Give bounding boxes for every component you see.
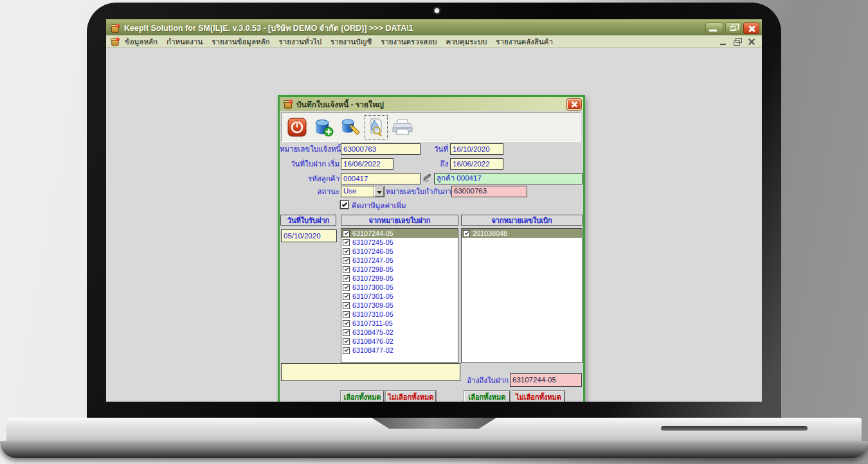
menu-item-audit-reports[interactable]: รายงานตรวจสอบ [376, 36, 441, 48]
list-item[interactable]: 63107298-05 [341, 265, 458, 274]
edit-record-icon [339, 118, 360, 137]
select-all-deposits-button[interactable]: เลือกทั้งหมด [341, 391, 384, 402]
exit-button[interactable] [287, 116, 307, 138]
checkbox-checked-icon[interactable] [343, 329, 350, 336]
signature-icon[interactable] [422, 172, 433, 185]
withdraw-list[interactable]: 201038048 [461, 228, 583, 363]
mdi-child-icon [110, 37, 120, 46]
select-all-withdrawals-button[interactable]: เลือกทั้งหมด [464, 391, 510, 402]
mdi-close-icon[interactable] [748, 38, 755, 46]
menu-item-accounting-reports[interactable]: รายงานบัญชี [326, 36, 376, 48]
list-item[interactable]: 63107244-05 [341, 229, 458, 238]
checkbox-checked-icon[interactable] [343, 311, 350, 318]
list-item[interactable]: 63107301-05 [341, 292, 458, 301]
chevron-down-icon[interactable] [374, 186, 384, 197]
menu-item-tasks[interactable]: กำหนดงาน [162, 36, 207, 48]
menu-item-inventory-reports[interactable]: รายงานคลังสินค้า [491, 36, 557, 48]
checkbox-checked-icon[interactable] [343, 302, 350, 309]
search-button[interactable] [366, 116, 386, 138]
status-value: Use [341, 186, 374, 197]
tax-invoice-field: 63000763 [451, 186, 527, 197]
date-input[interactable] [450, 143, 503, 155]
status-label: สถานะ [280, 186, 339, 197]
checkbox-checked-icon[interactable] [343, 257, 350, 264]
list-item[interactable]: 63107299-05 [341, 274, 458, 283]
dialog-icon [283, 99, 293, 109]
mdi-window-controls [719, 38, 758, 46]
checkbox-checked-icon[interactable] [343, 248, 350, 255]
app-logo-icon [110, 23, 120, 33]
vat-checkbox[interactable] [340, 201, 348, 209]
print-button[interactable] [392, 116, 413, 138]
deposit-list[interactable]: 63107244-05 63107245-05 63107246-05 6310… [341, 228, 458, 363]
date-label: วันที่ [424, 143, 448, 155]
menu-item-master-reports[interactable]: รายงานข้อมูลหลัก [207, 36, 274, 48]
dialog-toolbar [281, 112, 581, 142]
dialog-title: บันทึกใบแจ้งหนี้ - รายใหญ่ [296, 98, 567, 111]
checkbox-checked-icon[interactable] [343, 284, 350, 291]
checkbox-checked-icon[interactable] [343, 320, 350, 327]
checkbox-checked-icon[interactable] [343, 347, 350, 354]
checkbox-checked-icon[interactable] [343, 266, 350, 273]
deselect-all-deposits-button[interactable]: ไม่เลือกทั้งหมด [386, 391, 436, 402]
check-icon [341, 201, 347, 206]
withdraw-list-header: จากหมายเลขใบเบิก [461, 215, 583, 226]
mdi-restore-icon[interactable] [734, 38, 741, 46]
checkbox-checked-icon[interactable] [343, 230, 350, 237]
laptop-mockup: KeepIt Solution for SM(IL)E. v.3.0.53 - … [0, 0, 868, 464]
menu-item-system-control[interactable]: ควบคุมระบบ [442, 36, 492, 48]
minimize-button[interactable] [705, 22, 723, 34]
tax-invoice-label: หมายเลขใบกำกับภาษี [386, 186, 448, 197]
customer-code-input[interactable] [341, 173, 420, 184]
deposit-end-input[interactable] [450, 158, 503, 170]
laptop-lid: KeepIt Solution for SM(IL)E. v.3.0.53 - … [87, 3, 781, 418]
list-item[interactable]: 63107245-05 [341, 238, 458, 247]
restore-button[interactable] [725, 22, 741, 34]
customer-code-label: รหัสลูกค้า [280, 173, 339, 184]
invoice-no-label: หมายเลขใบแจ้งหนี้ [280, 143, 339, 155]
deposit-start-input[interactable] [341, 158, 393, 170]
restore-icon [730, 26, 736, 31]
to-label: ถึง [424, 158, 448, 170]
customer-name-field: ลูกค้า 000417 [434, 173, 583, 184]
checkbox-checked-icon[interactable] [343, 293, 350, 300]
checkbox-checked-icon[interactable] [343, 275, 350, 282]
checkbox-checked-icon[interactable] [343, 239, 350, 246]
ref-deposit-label: อ้างถึงใบฝาก [453, 375, 509, 386]
menu-item-general-reports[interactable]: รายงานทั่วไป [275, 36, 326, 48]
close-button[interactable] [743, 22, 759, 34]
deposit-list-header: จากหมายเลขใบฝาก [341, 215, 458, 226]
add-record-icon [313, 118, 334, 137]
receive-date-header: วันที่ใบรับฝาก [280, 215, 336, 226]
list-item[interactable]: 63108476-02 [341, 337, 458, 346]
deposit-start-label: วันที่ใบฝาก เริ่ม [280, 158, 339, 170]
list-item[interactable]: 63107300-05 [341, 283, 458, 292]
list-item[interactable]: 63107247-05 [341, 256, 458, 265]
invoice-dialog: บันทึกใบแจ้งหนี้ - รายใหญ่ [278, 95, 585, 402]
mdi-client-area: บันทึกใบแจ้งหนี้ - รายใหญ่ [106, 48, 762, 402]
laptop-vent-slot [661, 426, 808, 431]
list-item[interactable]: 63107310-05 [341, 310, 458, 319]
edit-button[interactable] [339, 116, 360, 138]
mdi-minimize-icon[interactable] [719, 38, 727, 46]
list-item[interactable]: 63107309-05 [341, 301, 458, 310]
add-button[interactable] [313, 116, 334, 138]
list-item[interactable]: 63107246-05 [341, 247, 458, 256]
status-dropdown[interactable]: Use [341, 186, 384, 197]
app-titlebar: KeepIt Solution for SM(IL)E. v.3.0.53 - … [106, 19, 762, 35]
laptop-base-bottom [0, 441, 868, 458]
list-item[interactable]: 63108475-02 [341, 328, 458, 337]
list-item[interactable]: 201038048 [462, 229, 582, 238]
laptop-screen: KeepIt Solution for SM(IL)E. v.3.0.53 - … [106, 19, 762, 402]
checkbox-checked-icon[interactable] [463, 230, 470, 237]
list-item[interactable]: 63108477-02 [341, 346, 458, 355]
vat-label: คิดภาษีมูลค่าเพิ่ม [352, 200, 455, 211]
deselect-all-withdrawals-button[interactable]: ไม่เลือกทั้งหมด [512, 391, 565, 402]
list-item[interactable]: 63107311-05 [341, 319, 458, 328]
checkbox-checked-icon[interactable] [343, 338, 350, 345]
note-input[interactable] [281, 363, 460, 381]
invoice-no-input[interactable] [341, 143, 420, 155]
dialog-close-button[interactable] [567, 99, 581, 110]
receive-date-input[interactable] [281, 229, 337, 242]
menu-item-master-data[interactable]: ข้อมูลหลัก [120, 36, 162, 48]
